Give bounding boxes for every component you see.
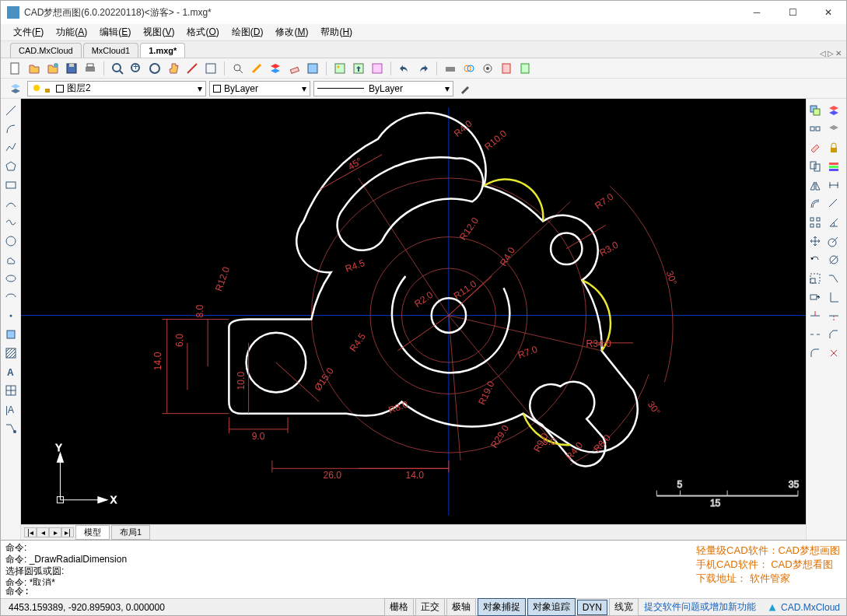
layers-icon[interactable] <box>267 60 284 77</box>
match-properties-icon[interactable] <box>457 80 474 97</box>
status-polar[interactable]: 极轴 <box>446 598 476 616</box>
scale-icon[interactable] <box>807 270 824 287</box>
polyline-icon[interactable] <box>2 139 19 156</box>
feedback-link[interactable]: 提交软件问题或增加新功能 <box>639 600 761 614</box>
text-icon[interactable]: A <box>2 363 19 380</box>
doc-tab-2[interactable]: 1.mxg* <box>140 43 185 58</box>
menu-help[interactable]: 帮助(H) <box>314 24 359 40</box>
offset-icon[interactable] <box>807 195 824 212</box>
dim-linear-icon[interactable] <box>825 177 842 194</box>
menu-view[interactable]: 视图(V) <box>137 24 180 40</box>
export-image-icon[interactable] <box>350 60 367 77</box>
copy-col-icon[interactable] <box>807 102 824 119</box>
save-icon[interactable] <box>63 60 80 77</box>
menu-functions[interactable]: 功能(A) <box>50 24 93 40</box>
status-otrack[interactable]: 对象追踪 <box>527 598 576 616</box>
layer-manager-icon[interactable] <box>7 80 24 97</box>
mtab-last[interactable]: ▸| <box>61 527 74 537</box>
tab-nav-prev[interactable]: ◁ <box>820 49 826 58</box>
point-icon[interactable] <box>2 307 19 324</box>
status-lwt[interactable]: 线宽 <box>609 598 639 616</box>
cloud-icon[interactable] <box>2 251 19 268</box>
leader-icon[interactable] <box>2 419 19 436</box>
polygon-icon[interactable] <box>2 158 19 175</box>
help-icon[interactable] <box>516 60 534 77</box>
linetype-select[interactable]: ByLayer ▾ <box>313 81 453 96</box>
array-icon[interactable] <box>807 214 824 231</box>
menu-edit[interactable]: 编辑(E) <box>93 24 137 40</box>
layer-lock-icon[interactable] <box>825 139 842 156</box>
maximize-button[interactable]: ☐ <box>775 1 810 24</box>
move-icon[interactable] <box>807 121 824 138</box>
table-icon[interactable] <box>2 382 19 399</box>
dim-aligned-icon[interactable] <box>825 195 842 212</box>
circle-icon[interactable] <box>2 233 19 250</box>
zoom-in-icon[interactable]: + <box>128 60 145 77</box>
mtext-icon[interactable]: |A <box>2 401 19 418</box>
status-grid[interactable]: 栅格 <box>384 598 414 616</box>
dim-diameter-icon[interactable] <box>825 251 842 268</box>
menu-file[interactable]: 文件(F) <box>7 24 50 40</box>
copy-icon[interactable] <box>807 158 824 175</box>
undo-icon[interactable] <box>396 60 413 77</box>
chamfer-icon[interactable] <box>825 326 842 343</box>
pdf-export-icon[interactable] <box>498 60 515 77</box>
erase-icon[interactable] <box>285 60 303 77</box>
status-ortho[interactable]: 正交 <box>415 598 445 616</box>
annotate-icon[interactable] <box>248 60 265 77</box>
find-icon[interactable] <box>229 60 247 77</box>
block-insert-icon[interactable] <box>2 326 19 343</box>
explode-icon[interactable] <box>825 345 842 362</box>
dim-angular-icon[interactable] <box>825 214 842 231</box>
redo-icon[interactable] <box>415 60 432 77</box>
layer-select[interactable]: 图层2 ▾ <box>27 81 206 96</box>
status-osnap[interactable]: 对象捕捉 <box>478 598 526 616</box>
dim-radius-icon[interactable] <box>825 233 842 250</box>
block-icon[interactable] <box>369 60 386 77</box>
minimize-button[interactable]: ─ <box>739 1 775 24</box>
tab-nav-next[interactable]: ▷ <box>828 49 834 58</box>
move2-icon[interactable] <box>807 233 824 250</box>
image-icon[interactable] <box>331 60 348 77</box>
close-button[interactable]: ✕ <box>810 1 846 24</box>
menu-modify[interactable]: 修改(M) <box>269 24 314 40</box>
spline-icon[interactable] <box>2 214 19 231</box>
ellipse-arc-icon[interactable] <box>2 289 19 306</box>
rotate-icon[interactable] <box>807 251 824 268</box>
command-input[interactable] <box>5 586 842 597</box>
fillet-icon[interactable] <box>807 345 824 362</box>
open-icon[interactable] <box>26 60 43 77</box>
brand-link[interactable]: CAD.MxCloud <box>761 602 846 613</box>
layer-off-icon[interactable] <box>825 121 842 138</box>
new-icon[interactable] <box>7 60 24 77</box>
layer-all-icon[interactable] <box>825 158 842 175</box>
mtab-first[interactable]: |◂ <box>24 527 37 537</box>
menu-format[interactable]: 格式(O) <box>180 24 225 40</box>
properties-icon[interactable] <box>304 60 321 77</box>
menu-draw[interactable]: 绘图(D) <box>226 24 270 40</box>
status-dyn[interactable]: DYN <box>577 600 607 615</box>
model-tab[interactable]: 模型 <box>75 525 110 540</box>
arc-icon[interactable] <box>2 121 19 138</box>
mtab-next[interactable]: ▸ <box>49 527 61 537</box>
layer-pal-icon[interactable] <box>825 102 842 119</box>
mirror-icon[interactable] <box>807 177 824 194</box>
arc3p-icon[interactable] <box>2 195 19 212</box>
dim-leader-icon[interactable] <box>825 270 842 287</box>
pan-icon[interactable] <box>165 60 182 77</box>
mtab-prev[interactable]: ◂ <box>37 527 49 537</box>
doc-tab-1[interactable]: MxCloud1 <box>83 43 139 58</box>
break-icon[interactable] <box>807 326 824 343</box>
stretch-icon[interactable] <box>807 289 824 306</box>
erase2-icon[interactable] <box>807 139 824 156</box>
trim-icon[interactable] <box>807 307 824 324</box>
rect-icon[interactable] <box>2 177 19 194</box>
measure-area-icon[interactable] <box>202 60 219 77</box>
extend-icon[interactable] <box>825 307 842 324</box>
zoom-window-icon[interactable] <box>109 60 126 77</box>
drawing-canvas[interactable]: 14.0 6.0 8.0 10.0 9.0 9.0 26.0 14.0 45° … <box>21 99 806 524</box>
doc-tab-0[interactable]: CAD.MxCloud <box>10 43 82 58</box>
hatch-icon[interactable] <box>2 345 19 362</box>
color-select[interactable]: ByLayer ▾ <box>209 81 310 96</box>
print-icon[interactable] <box>82 60 99 77</box>
